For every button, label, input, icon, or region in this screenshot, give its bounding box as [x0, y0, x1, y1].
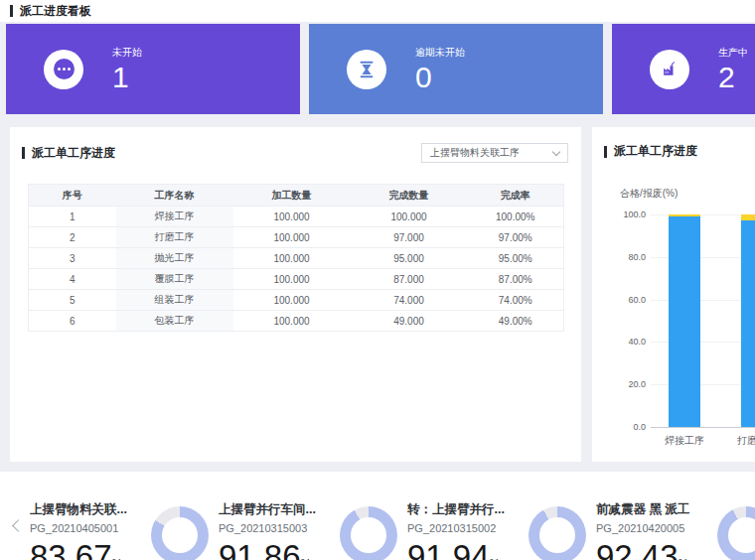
table-cell: 2 [29, 227, 116, 248]
table-header-cell: 加工数量 [233, 185, 351, 207]
table-cell: 87.000 [351, 269, 468, 290]
carousel-card[interactable]: 转：上摆臂并行...PG_2021031500291.94% [407, 501, 586, 560]
progress-donut [340, 506, 397, 560]
progress-donut [528, 506, 586, 560]
stat-card-text: 生产中2 [718, 46, 748, 93]
stat-card-not-started: 未开始1 [6, 24, 300, 114]
table-cell: 100.000 [233, 269, 351, 290]
dispatch-carousel-panel: 上摆臂物料关联...PG_2021040500183.67%上摆臂并行车间...… [0, 472, 755, 560]
table-cell: 3 [29, 248, 116, 269]
table-cell: 4 [29, 269, 116, 290]
bar-segment-qualified [741, 220, 755, 427]
table-row: 2打磨工序100.00097.00097.00% [29, 227, 564, 248]
process-progress-table: 序号工序名称加工数量完成数量完成率 1焊接工序100.000100.000100… [28, 184, 564, 332]
stacked-bar-chart: 焊接工序打磨工序 100.080.060.040.020.00.0 [592, 201, 755, 459]
table-cell: 100.000 [233, 290, 351, 311]
table-cell: 100.000 [233, 311, 351, 332]
chart-panel-header: 派工单工序进度 [592, 127, 755, 160]
stat-card-value: 2 [718, 62, 748, 93]
table-cell: 74.00% [468, 290, 564, 311]
table-cell: 97.000 [351, 227, 468, 248]
table-cell: 95.00% [468, 248, 564, 269]
carousel-card-title: 上摆臂物料关联... [30, 501, 127, 518]
table-cell: 100.000 [233, 248, 351, 269]
factory-icon [650, 50, 689, 89]
stat-card-label: 生产中 [718, 46, 748, 60]
table-header-cell: 完成数量 [351, 185, 468, 207]
stacked-bar [741, 214, 755, 427]
stat-card-value: 1 [112, 62, 142, 93]
table-cell: 包装工序 [116, 311, 233, 332]
table-cell: 覆膜工序 [116, 269, 233, 290]
y-tick-label: 20.0 [598, 379, 646, 389]
gridline [651, 342, 755, 343]
table-row: 1焊接工序100.000100.000100.00% [29, 207, 564, 227]
x-tick-label: 打磨工序 [727, 434, 755, 448]
y-tick-label: 0.0 [598, 422, 646, 432]
carousel-card-percent: 91.86% [219, 538, 316, 560]
title-accent-bar [604, 146, 607, 158]
progress-donut [717, 506, 755, 560]
stat-card-label: 逾期未开始 [415, 46, 465, 60]
title-accent-bar [22, 147, 25, 159]
carousel-card-code: PG_20210420005 [596, 522, 689, 534]
carousel: 上摆臂物料关联...PG_2021040500183.67%上摆臂并行车间...… [0, 472, 755, 560]
carousel-card[interactable]: 上摆臂并行车间...PG_2021031500391.86% [219, 501, 397, 560]
stat-card-overdue-not-started: 逾期未开始0 [309, 24, 603, 114]
hourglass-icon [347, 50, 386, 89]
gridline [651, 257, 755, 258]
carousel-card-percent: 83.67% [30, 538, 127, 560]
table-panel-title-text: 派工单工序进度 [32, 145, 115, 162]
y-tick-label: 100.0 [598, 210, 646, 219]
page-title: 派工进度看板 [20, 3, 91, 20]
ellipsis-icon [44, 50, 83, 89]
table-header-cell: 工序名称 [116, 185, 233, 207]
carousel-card-percent: 91.94% [407, 538, 505, 560]
gridline [651, 214, 755, 215]
table-cell: 49.00% [468, 311, 564, 332]
y-tick-label: 40.0 [598, 337, 646, 347]
table-header-cell: 完成率 [468, 185, 564, 207]
carousel-card[interactable]: 上摆臂物料关联...PG_2021040500183.67% [30, 501, 209, 560]
gridline [651, 300, 755, 301]
process-chart-panel: 派工单工序进度 合格/报废(%) 焊接工序打磨工序 100.080.060.04… [592, 127, 755, 462]
title-accent-bar [10, 5, 13, 17]
stat-card-value: 0 [415, 62, 465, 93]
table-cell: 100.00% [468, 207, 564, 227]
carousel-card-percent: 92.43% [596, 538, 689, 560]
table-cell: 1 [29, 207, 116, 227]
main-panels-row: 派工单工序进度 上摆臂物料关联工序 序号工序名称加工数量完成数量完成率 1焊接工… [10, 127, 755, 462]
table-row: 5组装工序100.00074.00074.00% [29, 290, 564, 311]
bar-segment-qualified [669, 216, 700, 427]
process-filter-dropdown[interactable]: 上摆臂物料关联工序 [421, 143, 568, 163]
y-tick-label: 80.0 [598, 252, 646, 262]
progress-donut [151, 506, 209, 560]
process-filter-value: 上摆臂物料关联工序 [430, 146, 520, 160]
chart-panel-title-text: 派工单工序进度 [614, 143, 697, 160]
carousel-card-title: 转：上摆臂并行... [407, 501, 505, 518]
table-row: 3抛光工序100.00095.00095.00% [29, 248, 564, 269]
carousel-card[interactable]: 前减震器 黑 派工PG_2021042000592.43% [596, 501, 755, 560]
carousel-card-code: PG_20210315003 [219, 522, 316, 534]
chart-plot-area: 焊接工序打磨工序 [651, 214, 755, 427]
y-tick-label: 60.0 [598, 295, 646, 305]
table-panel-title: 派工单工序进度 [22, 145, 115, 162]
table-cell: 焊接工序 [116, 207, 233, 227]
table-cell: 5 [29, 290, 116, 311]
stacked-bar [669, 214, 700, 427]
y-axis-label: 合格/报废(%) [620, 187, 755, 201]
stat-card-in-production: 生产中2 [612, 24, 755, 114]
table-header-row: 序号工序名称加工数量完成数量完成率 [29, 185, 564, 207]
table-cell: 49.000 [351, 311, 468, 332]
process-table-panel: 派工单工序进度 上摆臂物料关联工序 序号工序名称加工数量完成数量完成率 1焊接工… [10, 127, 581, 462]
carousel-card-code: PG_20210405001 [30, 522, 127, 534]
stat-cards-row: 未开始1逾期未开始0生产中2 [6, 24, 755, 114]
stat-card-text: 逾期未开始0 [415, 46, 465, 93]
table-panel-header: 派工单工序进度 上摆臂物料关联工序 [10, 127, 581, 163]
table-cell: 97.00% [468, 227, 564, 248]
table-cell: 打磨工序 [116, 227, 233, 248]
table-cell: 74.000 [351, 290, 468, 311]
table-cell: 6 [29, 311, 116, 332]
carousel-card-text: 上摆臂物料关联...PG_2021040500183.67% [30, 501, 127, 560]
carousel-card-text: 上摆臂并行车间...PG_2021031500391.86% [219, 501, 316, 560]
